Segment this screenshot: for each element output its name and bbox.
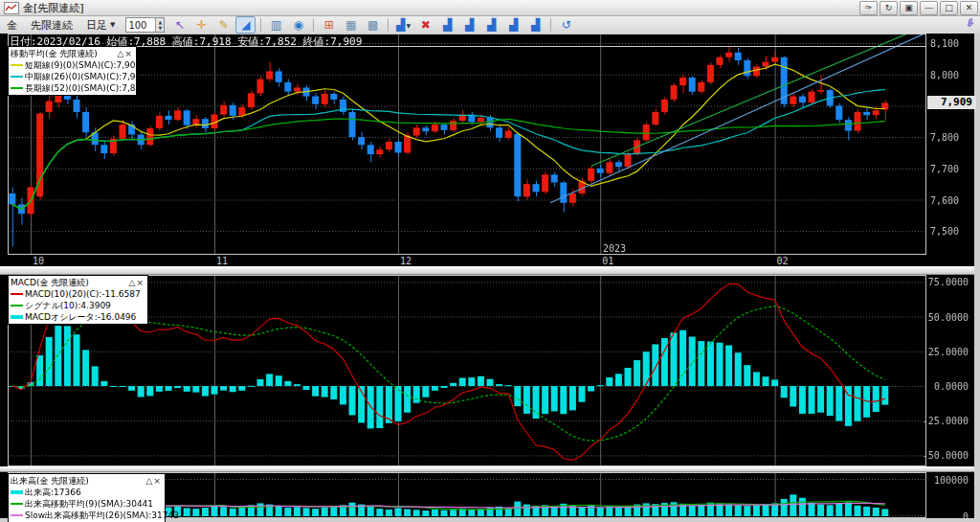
crosshair-chart-icon[interactable]: ▥ [266, 16, 286, 34]
y-axis-tick-label: 7,600 [930, 195, 959, 206]
reload-window-button[interactable]: ↻ [880, 1, 898, 15]
info-bar-underline [8, 46, 926, 47]
close-button[interactable]: ✕ [960, 1, 978, 15]
instrument-label: 金 [7, 18, 17, 33]
volume-label: 出来高:17366 [25, 487, 81, 498]
ma-legend-title: 移動平均(金 先限連続) [11, 48, 98, 59]
y-axis-tick-label: 75.0000 [928, 277, 969, 287]
panel-splitter[interactable] [0, 266, 980, 275]
x-axis-month-label: 12 [400, 256, 412, 266]
sma52-swatch [11, 87, 23, 89]
zoom-circle-icon[interactable]: ◉ [288, 16, 308, 34]
toolbar: 金 先限連続 日足 ▼ 100 ▲▼ ↖✛✎◢▥◉⊞▦▩▟▼✖▟▟▟▟▟↺ [0, 16, 980, 34]
macd-osc-swatch [11, 315, 23, 319]
toolbar-icon-group: ↖✛✎◢▥◉⊞▦▩▟▼✖▟▟▟▟▟↺ [168, 16, 577, 34]
window-buttons: ✑↻▣―□✕ [859, 1, 978, 15]
duplicate-window-button[interactable]: ▣ [900, 1, 918, 15]
y-axis-tick-label: -50.0000 [923, 450, 969, 461]
select-cursor-icon[interactable]: ↖ [169, 16, 189, 34]
legend-item: Slow出来高移動平均(26)(SMA):31743 [11, 510, 162, 521]
toolbar-separator [260, 18, 261, 32]
y-axis-tick-label: 50.0000 [928, 312, 969, 323]
legend-close-button[interactable]: × [153, 476, 162, 486]
volume-ma9-swatch [11, 503, 23, 505]
window-title: 金[先限連続] [23, 1, 84, 15]
minimize-button[interactable]: ― [920, 1, 938, 15]
chart-window: 金[先限連続] ✑↻▣―□✕ 金 先限連続 日足 ▼ 100 ▲▼ ↖✛✎◢▥◉… [0, 0, 980, 522]
step-down-icon[interactable]: ▼ [156, 25, 164, 31]
volume-ma26-swatch [11, 514, 23, 516]
x-axis-month-label: 10 [33, 256, 44, 266]
chart-app-icon [4, 2, 19, 14]
indicator-1-icon[interactable]: ▟ [437, 16, 457, 34]
bar-chart-menu-icon[interactable]: ▟▼ [393, 16, 413, 34]
pin-button[interactable]: ✑ [859, 1, 878, 15]
indicator-2-icon[interactable]: ▟ [459, 16, 479, 34]
series-label: 先限連続 [31, 18, 73, 33]
toolbar-separator [550, 18, 551, 32]
y-axis-tick-label: 7,700 [930, 164, 959, 174]
signal-line-swatch [11, 305, 23, 306]
sma9-swatch [11, 64, 23, 66]
pencil-icon[interactable]: ✎ [213, 16, 234, 34]
timeframe-dropdown[interactable]: 日足 ▼ [84, 18, 117, 33]
maximize-button[interactable]: □ [940, 1, 958, 15]
macd-legend: MACD(金 先限連続)△× MACD(10)(20)(C):-11.6587 … [8, 275, 148, 325]
panel-splitter[interactable] [0, 466, 980, 472]
legend-close-button[interactable]: × [124, 49, 133, 58]
timeframe-value: 日足 [86, 18, 107, 33]
year-label: 2023 [603, 243, 626, 254]
price-chart-canvas[interactable] [8, 34, 926, 255]
macd-legend-title: MACD(金 先限連続) [11, 277, 89, 288]
highlighter-icon[interactable]: ◢ [235, 16, 256, 34]
chart-window-icon[interactable]: ⊞ [319, 16, 339, 34]
legend-item: 短期線(9)(0)(SMA)(C):7,906 [11, 59, 133, 71]
indicator-5-icon[interactable]: ▟ [525, 16, 546, 34]
grid-2x2-icon[interactable]: ▦ [341, 16, 361, 34]
volume-ma9-label: 出来高移動平均(9)(SMA):30441 [25, 498, 153, 510]
signal-line-label: シグナル(10):4.3909 [25, 300, 111, 311]
legend-close-button[interactable]: × [136, 278, 145, 287]
current-price-tag: 7,909 [927, 96, 976, 109]
volume-legend-title: 出来高(金 先限連続) [11, 475, 89, 487]
legend-item: 中期線(26)(0)(SMA)(C):7,953 [11, 71, 133, 82]
refresh-icon[interactable]: ↺ [556, 16, 576, 34]
chevron-down-icon: ▼ [407, 22, 412, 29]
legend-item: シグナル(10):4.3909 [11, 300, 145, 311]
bar-count-stepper[interactable]: 100 ▲▼ [125, 17, 165, 33]
macd-line-swatch [11, 293, 23, 295]
pan-hand-icon[interactable]: ✛ [191, 16, 212, 34]
legend-item: MACDオシレータ:-16.0496 [11, 311, 145, 323]
y-axis-tick-label: 7,500 [930, 226, 959, 237]
legend-item: MACD(10)(20)(C):-11.6587 [11, 288, 145, 300]
sma9-label: 短期線(9)(0)(SMA)(C):7,906 [25, 59, 141, 71]
chart-region: 日付:2023/02/16 始値:7,888 高値:7,918 安値:7,852… [0, 34, 980, 522]
legend-item: 長期線(52)(0)(SMA)(C):7,877 [11, 82, 133, 94]
y-axis-tick-label: -25.0000 [923, 416, 969, 426]
ma-legend: 移動平均(金 先限連続)△× 短期線(9)(0)(SMA)(C):7,906 中… [8, 46, 137, 96]
legend-item: 出来高移動平均(9)(SMA):30441 [11, 498, 162, 510]
bar-count-value: 100 [126, 20, 155, 31]
indicator-4-icon[interactable]: ▟ [503, 16, 523, 34]
stepper-arrows[interactable]: ▲▼ [155, 18, 164, 32]
volume-legend: 出来高(金 先限連続)△× 出来高:17366 出来高移動平均(9)(SMA):… [8, 473, 166, 522]
toolbar-separator [388, 18, 389, 32]
remove-indicator-icon[interactable]: ✖ [415, 16, 435, 34]
x-axis-month-label: 11 [216, 256, 228, 266]
y-axis-tick-label: 25.0000 [928, 347, 969, 357]
y-axis-tick-label: 8,000 [930, 70, 959, 80]
grid-3x3-icon[interactable]: ▩ [363, 16, 383, 34]
macd-line-label: MACD(10)(20)(C):-11.6587 [25, 288, 141, 300]
y-axis-tick-label: 8,100 [930, 38, 959, 49]
x-axis-month-label: 01 [602, 256, 613, 266]
macd-osc-label: MACDオシレータ:-16.0496 [25, 311, 136, 323]
title-bar[interactable]: 金[先限連続] ✑↻▣―□✕ [0, 0, 980, 16]
settings-wrench-icon[interactable] [964, 18, 974, 32]
y-axis-tick-label: 100000 [934, 475, 969, 486]
y-axis-tick-label: 0.0000 [934, 381, 969, 392]
sma26-swatch [11, 76, 23, 78]
x-axis-month-label: 02 [777, 256, 789, 266]
indicator-3-icon[interactable]: ▟ [481, 16, 501, 34]
y-axis-tick-label: 7,800 [930, 132, 959, 143]
chevron-down-icon: ▼ [110, 21, 115, 29]
